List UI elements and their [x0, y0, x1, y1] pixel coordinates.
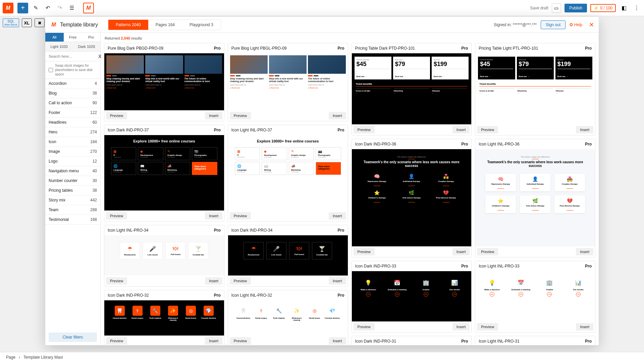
undo-icon[interactable]: ↶ [43, 3, 52, 13]
tab-playground[interactable]: Playground 3 [182, 20, 221, 30]
theme-tab-dark[interactable]: Dark 1020 [73, 42, 100, 51]
tab-patterns[interactable]: Patterns 2040 [108, 20, 148, 30]
grid-column-1: Pure Blog Dark PBGD-PRO-09Pro Stop chasi… [104, 43, 224, 345]
cost-tab-all[interactable]: All [45, 33, 64, 42]
preview-button[interactable]: Preview [106, 212, 127, 220]
swap-images-label: Swap stock images for placeholders to sa… [55, 63, 97, 76]
breakpoint-xl-button[interactable]: XL [22, 18, 32, 27]
save-draft-button[interactable]: Save draft [530, 6, 548, 10]
search-input[interactable] [45, 52, 98, 61]
card-thumbnail[interactable]: General attendee$45——Book now → Executiv… [352, 53, 472, 124]
card-thumbnail[interactable]: 🦷General dentistry ⚕Dental surgery 🔧Toot… [104, 300, 224, 336]
cost-tab-free[interactable]: Free [64, 33, 82, 42]
breakpoint-desktop-button[interactable]: 🖥 [35, 18, 45, 27]
preview-button[interactable]: Preview [477, 248, 498, 255]
preview-button[interactable]: Preview [106, 337, 127, 345]
category-item[interactable]: Icon184 [45, 137, 100, 147]
card-thumbnail[interactable]: Explore 10000+ free online courses ▦ITLo… [228, 135, 348, 210]
theme-tab-light[interactable]: Light 1020 [45, 42, 73, 51]
preview-button[interactable]: Preview [106, 277, 127, 285]
editor-toolbar: M + ✎ ↶ ↷ ☰ M Save draft ▭ Publish ⚡ 0 /… [0, 0, 644, 16]
card-thumbnail[interactable]: ☂Restaurants 🎤Live music 🍽Full board 🍸Co… [228, 235, 348, 276]
usage-badge[interactable]: ⚡ 0 / 100 [590, 4, 616, 12]
category-item[interactable]: Team268 [45, 205, 100, 215]
category-item[interactable]: Logo12 [45, 157, 100, 166]
category-item[interactable]: Story mix442 [45, 195, 100, 205]
insert-button[interactable]: Insert [329, 337, 346, 345]
card-thumbnail[interactable]: Explore 10000+ free online courses ▦ITLo… [104, 135, 224, 210]
settings-panel-toggle[interactable]: ◧ [619, 3, 629, 13]
insert-button[interactable]: Insert [205, 112, 222, 119]
insert-button[interactable]: Insert [205, 337, 222, 345]
card-title: Icon Dark IND-PRO-34 [231, 228, 273, 233]
preview-button[interactable]: Preview [230, 112, 251, 119]
insert-button[interactable]: Insert [576, 248, 593, 255]
cost-tab-pro[interactable]: Pro [82, 33, 100, 42]
block-type-badge[interactable]: SQLMaxi Block [3, 18, 19, 27]
insert-button[interactable]: Insert [452, 248, 470, 255]
close-icon[interactable]: ✕ [589, 21, 594, 28]
insert-button[interactable]: Insert [452, 323, 470, 330]
insert-button[interactable]: Insert [329, 212, 346, 220]
insert-button[interactable]: Insert [205, 277, 222, 285]
card-thumbnail[interactable]: 💡Make a decision01 📅Schedule a meeting02… [475, 271, 595, 321]
insert-button[interactable]: Insert [576, 126, 593, 133]
preview-button[interactable]: Preview [230, 212, 251, 220]
insert-button[interactable]: Insert [576, 323, 593, 330]
category-item[interactable]: Image270 [45, 147, 100, 157]
edit-icon[interactable]: ✎ [31, 3, 40, 13]
category-item[interactable]: Testimonial168 [45, 215, 100, 225]
template-card: Icon Light INL-PRO-36Pro The dream makes… [475, 139, 595, 257]
preview-button[interactable]: Preview [477, 323, 498, 330]
card-thumbnail[interactable]: The dream makes the differenceTeamwork's… [475, 149, 595, 246]
preview-button[interactable]: Preview [230, 337, 251, 345]
insert-button[interactable]: Insert [329, 277, 346, 285]
card-thumbnail[interactable]: 💡Make a decision01 📅Schedule a meeting02… [352, 271, 472, 321]
pro-badge: Pro [461, 264, 468, 268]
swap-images-option[interactable]: Swap stock images for placeholders to sa… [45, 61, 100, 79]
swap-images-checkbox[interactable] [49, 64, 53, 76]
insert-button[interactable]: Insert [329, 112, 346, 119]
category-item[interactable]: Navigation menu40 [45, 166, 100, 176]
card-thumbnail[interactable]: Stop chasing money and start chasing you… [228, 53, 348, 110]
category-item[interactable]: Blog38 [45, 88, 100, 98]
insert-button[interactable]: Insert [452, 126, 470, 133]
preview-button[interactable]: Preview [230, 277, 251, 285]
details-icon[interactable]: ☰ [67, 3, 76, 13]
preview-button[interactable]: Preview [106, 112, 127, 119]
card-thumbnail[interactable]: 🦷General dentistry ⚕Dental surgery 🔧Toot… [228, 300, 348, 336]
card-thumbnail[interactable]: ☂Restaurants 🎤Live music 🍽Full board 🍸Co… [104, 235, 224, 276]
breadcrumb-item[interactable]: Template Library Maxi [23, 355, 63, 360]
preview-button[interactable]: Preview [354, 323, 375, 330]
maxi-logo-icon[interactable]: M [3, 3, 13, 13]
maxi-templates-button[interactable]: M [83, 3, 94, 13]
category-item[interactable]: Headlines60 [45, 118, 100, 127]
category-item[interactable]: Call to action90 [45, 98, 100, 108]
sign-out-button[interactable]: Sign out [541, 20, 566, 29]
tab-pages[interactable]: Pages 164 [148, 20, 182, 30]
results-area[interactable]: Returned 2,040 results Pure Blog Dark PB… [101, 33, 599, 345]
clear-filters-button[interactable]: Clear filters [49, 333, 97, 342]
card-thumbnail[interactable]: General attendee$45——Book now → Executiv… [475, 53, 595, 124]
modal-title: Template library [60, 22, 98, 28]
publish-button[interactable]: Publish [565, 4, 587, 12]
breadcrumb-item[interactable]: Page [6, 355, 15, 360]
preview-button[interactable]: Preview [354, 126, 375, 133]
insert-button[interactable]: Insert [205, 212, 222, 220]
add-block-button[interactable]: + [17, 3, 28, 13]
category-item[interactable]: Number counter30 [45, 176, 100, 186]
category-item[interactable]: Pricing tables38 [45, 186, 100, 195]
card-thumbnail[interactable]: Stop chasing money and start chasing you… [104, 53, 224, 110]
redo-icon[interactable]: ↷ [55, 3, 64, 13]
preview-device-button[interactable]: ▭ [552, 3, 561, 13]
card-thumbnail[interactable]: The dream makes the differenceTeamwork's… [352, 149, 472, 246]
help-link[interactable]: ✪ Help [570, 22, 582, 27]
category-item[interactable]: Hero274 [45, 127, 100, 137]
more-options-icon[interactable]: ⋮ [632, 3, 641, 13]
category-item[interactable]: Footer122 [45, 108, 100, 118]
preview-button[interactable]: Preview [477, 126, 498, 133]
template-card: Pricing Table Dark PTD-PRO-101Pro Genera… [352, 43, 472, 135]
category-item[interactable]: Accordion4 [45, 79, 100, 88]
pro-badge: Pro [337, 228, 344, 233]
preview-button[interactable]: Preview [354, 248, 375, 255]
